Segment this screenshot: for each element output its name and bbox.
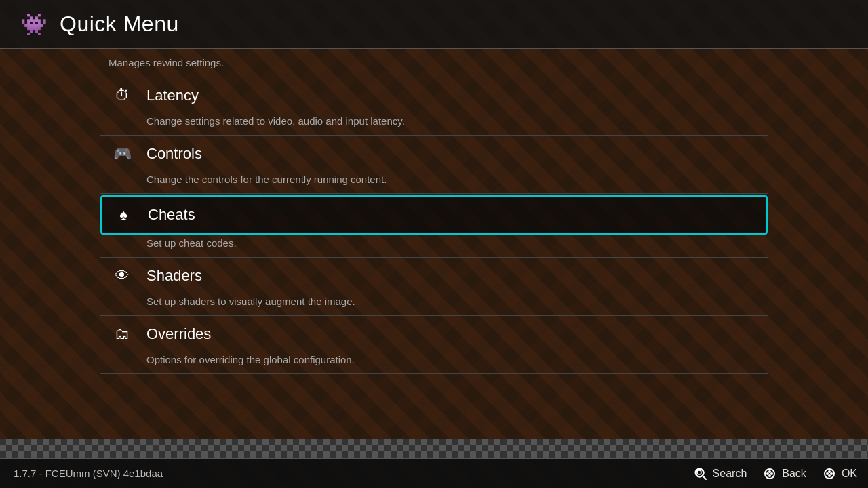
- page-title: Quick Menu: [60, 12, 179, 37]
- cheats-desc: Set up cheat codes.: [100, 236, 768, 257]
- overrides-desc: Options for overriding the global config…: [100, 352, 768, 373]
- shaders-label: Shaders: [146, 267, 202, 285]
- menu-item-controls[interactable]: 🎮 Controls Change the controls for the c…: [100, 136, 768, 194]
- menu-item-shaders-row[interactable]: 👁 Shaders: [100, 258, 768, 294]
- ok-label: OK: [842, 468, 857, 480]
- latency-label: Latency: [146, 87, 199, 104]
- menu-item-overrides-row[interactable]: 🗂 Overrides: [100, 316, 768, 352]
- overrides-label: Overrides: [146, 325, 211, 343]
- menu-item-cheats-row[interactable]: ♠ Cheats: [100, 195, 768, 235]
- svg-point-8: [768, 474, 771, 477]
- header: 👾 Quick Menu: [0, 0, 868, 49]
- rewind-description: Manages rewind settings.: [0, 49, 868, 77]
- svg-line-2: [703, 476, 706, 479]
- footer-buttons: Search Back OK: [694, 467, 868, 481]
- menu-item-shaders[interactable]: 👁 Shaders Set up shaders to visually aug…: [100, 258, 768, 316]
- back-button[interactable]: Back: [763, 467, 806, 481]
- svg-point-5: [766, 472, 769, 475]
- svg-point-7: [768, 470, 771, 473]
- cheats-label: Cheats: [148, 206, 195, 224]
- svg-point-10: [826, 472, 829, 475]
- footer: 1.7.7 - FCEUmm (SVN) 4e1bdaa Search Back: [0, 458, 868, 488]
- ok-button[interactable]: OK: [823, 467, 857, 481]
- back-label: Back: [782, 468, 806, 480]
- cheats-icon: ♠: [110, 206, 137, 224]
- ok-icon: [823, 467, 836, 481]
- controls-desc: Change the controls for the currently ru…: [100, 172, 768, 193]
- svg-point-13: [828, 474, 831, 477]
- controls-icon: 🎮: [108, 145, 136, 163]
- search-label: Search: [713, 468, 747, 480]
- menu-item-overrides[interactable]: 🗂 Overrides Options for overriding the g…: [100, 316, 768, 374]
- latency-icon: ⏱: [108, 87, 136, 104]
- controls-label: Controls: [146, 145, 202, 163]
- header-icon: 👾: [20, 12, 47, 37]
- menu-item-cheats[interactable]: ♠ Cheats Set up cheat codes.: [100, 195, 768, 258]
- search-button[interactable]: Search: [694, 467, 747, 481]
- svg-point-11: [830, 472, 833, 475]
- menu-item-controls-row[interactable]: 🎮 Controls: [100, 136, 768, 172]
- svg-point-12: [828, 470, 831, 473]
- shaders-icon: 👁: [108, 267, 136, 285]
- shaders-desc: Set up shaders to visually augment the i…: [100, 294, 768, 315]
- overrides-icon: 🗂: [108, 325, 136, 343]
- back-icon: [763, 467, 776, 481]
- menu-item-latency-row[interactable]: ⏱ Latency: [100, 77, 768, 114]
- search-icon: [694, 467, 707, 481]
- latency-desc: Change settings related to video, audio …: [100, 114, 768, 135]
- version-text: 1.7.7 - FCEUmm (SVN) 4e1bdaa: [0, 468, 694, 479]
- svg-point-6: [770, 472, 773, 475]
- menu-item-latency[interactable]: ⏱ Latency Change settings related to vid…: [100, 77, 768, 136]
- svg-point-1: [697, 470, 701, 474]
- menu-content: ⏱ Latency Change settings related to vid…: [0, 77, 868, 468]
